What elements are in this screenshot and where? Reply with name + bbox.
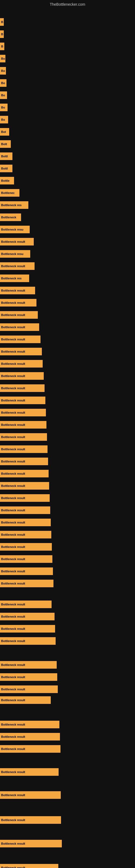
bar-31: Bottleneck result: [0, 397, 45, 404]
bar-row: Bo: [0, 77, 135, 89]
bar-43: Bottleneck result: [0, 543, 52, 551]
bar-label-20: Bottleneck result: [1, 265, 25, 268]
bar-row: Bottleneck resu: [0, 248, 135, 259]
bar-label-10: Bott: [1, 143, 7, 146]
bar-row: Bo: [0, 102, 135, 113]
bar-28: Bottleneck result: [0, 360, 43, 368]
bar-label-61: Bottleneck result: [1, 842, 25, 845]
bar-row: Bottleneck result: [0, 719, 135, 730]
bar-label-49: Bottleneck result: [1, 627, 25, 630]
bar-56: Bottleneck result: [0, 721, 59, 728]
bar-row: B: [0, 29, 135, 40]
bar-39: Bottleneck result: [0, 494, 50, 502]
bar-label-15: Bottleneck res: [1, 204, 21, 207]
bar-label-3: Bo: [1, 57, 5, 60]
bar-62: Bottleneck result: [0, 864, 58, 868]
bar-row: Bottleneck result: [0, 553, 135, 565]
bar-row: Bott: [0, 138, 135, 150]
bar-61: Bottleneck result: [0, 840, 62, 847]
bar-25: Bottleneck result: [0, 323, 39, 331]
bar-label-53: Bottleneck result: [1, 675, 25, 679]
bar-row: Bottleneck result: [0, 814, 135, 826]
bar-label-42: Bottleneck result: [1, 533, 25, 536]
bar-7: Bo: [0, 104, 8, 111]
bar-label-18: Bottleneck result: [1, 240, 25, 243]
bar-row: Bottleneck result: [0, 578, 135, 589]
bar-row: Bo: [0, 65, 135, 76]
bar-label-34: Bottleneck result: [1, 435, 25, 439]
bar-label-48: Bottleneck result: [1, 615, 25, 618]
bar-label-28: Bottleneck result: [1, 362, 25, 365]
bar-46: Bottleneck result: [0, 580, 53, 587]
bar-label-6: Bo: [1, 94, 5, 97]
bar-33: Bottleneck result: [0, 421, 46, 429]
bar-label-37: Bottleneck result: [1, 472, 25, 475]
bar-row: Bo: [0, 53, 135, 64]
bar-label-47: Bottleneck result: [1, 603, 25, 606]
bar-32: Bottleneck result: [0, 409, 46, 416]
bar-row: Bottleneck res: [0, 273, 135, 284]
bar-label-60: Bottleneck result: [1, 818, 25, 822]
bar-52: Bottleneck result: [0, 661, 57, 669]
bar-label-12: Bottl: [1, 167, 8, 170]
bar-50: Bottleneck result: [0, 637, 56, 645]
bar-5: Bo: [0, 79, 6, 87]
bar-19: Bottleneck resu: [0, 250, 30, 258]
bar-row: Bottleneck result: [0, 370, 135, 382]
bar-row: Bottle: [0, 175, 135, 186]
bar-row: Bottleneck res: [0, 199, 135, 211]
site-title: TheBottlenecker.com: [50, 2, 85, 6]
bar-3: Bo: [0, 55, 5, 62]
bar-label-9: Bot: [1, 130, 6, 133]
bar-label-52: Bottleneck result: [1, 663, 25, 666]
bar-label-56: Bottleneck result: [1, 723, 25, 726]
bar-label-54: Bottleneck result: [1, 688, 25, 691]
bar-label-5: Bo: [1, 82, 5, 85]
bar-row: Bottleneck resu: [0, 224, 135, 235]
bar-15: Bottleneck res: [0, 201, 28, 209]
bar-row: Bottleneck result: [0, 766, 135, 778]
bar-36: Bottleneck result: [0, 458, 48, 465]
bar-26: Bottleneck result: [0, 336, 41, 343]
bar-label-46: Bottleneck result: [1, 582, 25, 585]
bar-row: Bottleneck result: [0, 309, 135, 321]
bar-row: Bottleneck result: [0, 431, 135, 443]
bar-44: Bottleneck result: [0, 555, 52, 563]
bar-17: Bottleneck resu: [0, 226, 30, 233]
bar-51: Bottleneck result: [0, 696, 51, 704]
bar-30: Bottleneck result: [0, 384, 45, 392]
bar-label-7: Bo: [1, 106, 5, 109]
bar-row: Bot: [0, 126, 135, 137]
bar-row: Bottleneck result: [0, 789, 135, 801]
bar-42: Bottleneck result: [0, 531, 51, 538]
bar-label-22: Bottleneck result: [1, 289, 25, 292]
bar-label-0: B: [1, 20, 3, 24]
bar-row: Bottleneck result: [0, 382, 135, 394]
bar-label-1: B: [1, 33, 3, 36]
bar-label-8: Bo: [1, 118, 5, 121]
bar-9: Bot: [0, 128, 9, 135]
bar-label-35: Bottleneck result: [1, 447, 25, 451]
bar-47: Bottleneck result: [0, 600, 52, 608]
bar-label-58: Bottleneck result: [1, 747, 25, 750]
bar-label-45: Bottleneck result: [1, 569, 25, 573]
bar-row: Bottleneck result: [0, 743, 135, 755]
bar-4: Bo: [0, 67, 6, 74]
bar-row: Bottl: [0, 163, 135, 174]
bar-row: Bottleneck result: [0, 684, 135, 695]
bar-6: Bo: [0, 91, 7, 99]
bar-row: Bottleneck result: [0, 623, 135, 634]
bar-label-14: Bottlenec: [1, 191, 14, 194]
bar-row: Bottleneck result: [0, 260, 135, 272]
bar-row: Bottleneck result: [0, 541, 135, 553]
bar-row: Bottleneck result: [0, 395, 135, 406]
bar-37: Bottleneck result: [0, 470, 49, 477]
bar-18: Bottleneck result: [0, 238, 34, 246]
bar-label-50: Bottleneck result: [1, 639, 25, 643]
bar-21: Bottleneck res: [0, 275, 29, 282]
bar-49: Bottleneck result: [0, 625, 55, 632]
bar-38: Bottleneck result: [0, 482, 49, 490]
bar-14: Bottlenec: [0, 189, 19, 197]
bar-58: Bottleneck result: [0, 745, 60, 753]
bar-11: Bottl: [0, 152, 12, 160]
